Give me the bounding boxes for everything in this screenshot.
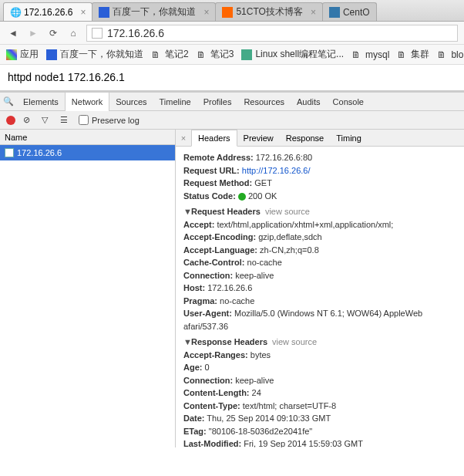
tab-label: 百度一下，你就知道 xyxy=(113,5,196,19)
header-row: Date: Thu, 25 Sep 2014 09:10:33 GMT xyxy=(183,412,456,425)
devtools-tab-resources[interactable]: Resources xyxy=(237,93,291,111)
baidu-icon xyxy=(99,7,109,18)
page-icon xyxy=(92,28,103,39)
response-headers-section[interactable]: ▼Response Headersview source xyxy=(183,336,456,349)
header-row: afari/537.36 xyxy=(183,320,456,333)
browser-tab[interactable]: CentO xyxy=(322,2,377,21)
detail-tabs: × Headers Preview Response Timing xyxy=(176,130,464,147)
bookmark-item[interactable]: 百度一下，你就知道 xyxy=(46,48,143,61)
bookmark-item[interactable]: 🗎mysql xyxy=(351,49,389,60)
globe-icon: 🌐 xyxy=(10,7,21,18)
view-source-link[interactable]: view source xyxy=(265,207,310,216)
home-button[interactable]: ⌂ xyxy=(66,26,80,40)
bookmark-item[interactable]: 🗎笔记3 xyxy=(197,48,234,61)
devtools-tab-timeline[interactable]: Timeline xyxy=(153,93,197,111)
header-row: User-Agent: Mozilla/5.0 (Windows NT 6.1;… xyxy=(183,307,456,320)
header-row: Content-Length: 24 xyxy=(183,387,456,400)
network-toolbar: ⊘ ▽ ☰ Preserve log xyxy=(0,111,464,130)
close-icon[interactable]: × xyxy=(203,7,209,18)
header-row: Accept-Encoding: gzip,deflate,sdch xyxy=(183,231,456,244)
url-bar[interactable]: 172.16.26.6 xyxy=(86,25,458,42)
network-panel: Name 172.16.26.6 × Headers Preview Respo… xyxy=(0,130,464,447)
centos-icon xyxy=(329,7,340,18)
devtools-tab-audits[interactable]: Audits xyxy=(291,93,327,111)
page-text: httpd node1 172.16.26.1 xyxy=(8,71,125,83)
column-header[interactable]: Name xyxy=(0,130,175,145)
doc-icon: 🗎 xyxy=(437,49,448,60)
devtools-tab-network[interactable]: Network xyxy=(65,93,109,111)
back-button[interactable]: ◄ xyxy=(6,26,20,40)
bookmark-apps[interactable]: 应用 xyxy=(6,48,39,61)
tab-label: CentO xyxy=(343,7,370,18)
devtools-tab-console[interactable]: Console xyxy=(327,93,370,111)
bookmark-item[interactable]: 🗎blo xyxy=(437,49,463,60)
header-row: Connection: keep-alive xyxy=(183,269,456,282)
url-text: 172.16.26.6 xyxy=(107,27,164,39)
devtools-tab-profiles[interactable]: Profiles xyxy=(197,93,238,111)
browser-toolbar: ◄ ► ⟳ ⌂ 172.16.26.6 xyxy=(0,22,464,45)
view-icon[interactable]: ☰ xyxy=(60,115,71,126)
doc-icon: 🗎 xyxy=(397,49,408,60)
bookmarks-bar: 应用 百度一下，你就知道 🗎笔记2 🗎笔记3 Linux shell编程笔记..… xyxy=(0,45,464,65)
51cto-icon xyxy=(222,7,233,18)
close-icon[interactable]: × xyxy=(176,133,191,143)
doc-icon: 🗎 xyxy=(197,49,207,60)
request-detail: × Headers Preview Response Timing Remote… xyxy=(176,130,464,447)
header-row: Status Code: 200 OK xyxy=(183,190,456,203)
header-row: Accept: text/html,application/xhtml+xml,… xyxy=(183,218,456,231)
bookmark-item[interactable]: Linux shell编程笔记... xyxy=(241,48,344,61)
preserve-log-input[interactable] xyxy=(79,115,89,125)
clear-icon[interactable]: ⊘ xyxy=(23,115,34,126)
header-row: Cache-Control: no-cache xyxy=(183,256,456,269)
doc-icon: 🗎 xyxy=(351,49,362,60)
tab-label: 51CTO技术博客 xyxy=(236,5,302,19)
linux-icon xyxy=(241,49,252,60)
status-dot-icon xyxy=(238,193,246,201)
page-content: httpd node1 172.16.26.1 xyxy=(0,65,464,90)
triangle-down-icon: ▼ xyxy=(183,205,191,218)
triangle-down-icon: ▼ xyxy=(183,336,191,349)
headers-body: Remote Address: 172.16.26.6:80 Request U… xyxy=(176,147,464,447)
bookmark-item[interactable]: 🗎集群 xyxy=(397,48,429,61)
preserve-log-checkbox[interactable]: Preserve log xyxy=(79,115,140,125)
reload-button[interactable]: ⟳ xyxy=(46,26,60,40)
forward-button[interactable]: ► xyxy=(26,26,40,40)
header-row: Accept-Language: zh-CN,zh;q=0.8 xyxy=(183,244,456,257)
bookmark-item[interactable]: 🗎笔记2 xyxy=(151,48,189,61)
detail-tab-preview[interactable]: Preview xyxy=(237,130,280,147)
request-headers-section[interactable]: ▼Request Headersview source xyxy=(183,205,456,218)
detail-tab-headers[interactable]: Headers xyxy=(191,130,237,147)
header-row: Pragma: no-cache xyxy=(183,295,456,308)
close-icon[interactable]: × xyxy=(311,7,316,18)
header-row: Age: 0 xyxy=(183,361,456,374)
filter-icon[interactable]: ▽ xyxy=(42,115,52,126)
header-row: Last-Modified: Fri, 19 Sep 2014 15:59:03… xyxy=(183,437,456,447)
search-icon[interactable]: 🔍 xyxy=(0,96,17,106)
header-row: Request URL: http://172.16.26.6/ xyxy=(183,164,456,177)
devtools: 🔍 Elements Network Sources Timeline Prof… xyxy=(0,90,464,447)
detail-tab-timing[interactable]: Timing xyxy=(330,130,368,147)
tab-label: 172.16.26.6 xyxy=(24,7,72,18)
apps-icon xyxy=(6,49,17,60)
header-row: Remote Address: 172.16.26.6:80 xyxy=(183,151,456,164)
close-icon[interactable]: × xyxy=(80,7,86,18)
page-icon xyxy=(5,148,14,157)
view-source-link[interactable]: view source xyxy=(272,337,317,346)
record-button[interactable] xyxy=(6,116,15,125)
header-row: Host: 172.16.26.6 xyxy=(183,282,456,295)
header-row: Content-Type: text/html; charset=UTF-8 xyxy=(183,400,456,413)
header-row: Accept-Ranges: bytes xyxy=(183,349,456,362)
devtools-tab-sources[interactable]: Sources xyxy=(109,93,153,111)
browser-tab[interactable]: 🌐 172.16.26.6 × xyxy=(3,2,92,21)
header-row: ETag: "80106-18-5036d2e2041fe" xyxy=(183,425,456,438)
browser-tab-strip: 🌐 172.16.26.6 × 百度一下，你就知道 × 51CTO技术博客 × … xyxy=(0,0,464,22)
browser-tab[interactable]: 百度一下，你就知道 × xyxy=(92,2,216,21)
request-row[interactable]: 172.16.26.6 xyxy=(0,145,175,160)
detail-tab-response[interactable]: Response xyxy=(280,130,331,147)
devtools-tab-elements[interactable]: Elements xyxy=(17,93,65,111)
header-row: Connection: keep-alive xyxy=(183,374,456,387)
header-row: Request Method: GET xyxy=(183,177,456,190)
baidu-icon xyxy=(46,49,57,60)
browser-tab[interactable]: 51CTO技术博客 × xyxy=(215,2,322,21)
doc-icon: 🗎 xyxy=(151,49,162,60)
